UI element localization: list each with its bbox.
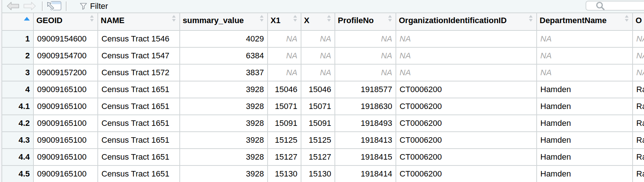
column-header-summary_value[interactable]: summary_value	[180, 13, 268, 31]
column-header-rownum[interactable]	[2, 13, 34, 31]
column-label-summary_value: summary_value	[183, 16, 244, 25]
viewer-toolbar: Filter	[2, 0, 644, 13]
cell-profileno: 1918415	[335, 149, 396, 166]
cell-name: Census Tract 1651	[98, 132, 180, 149]
back-arrow-icon	[7, 2, 19, 10]
cell-geoid: 09009154700	[34, 48, 98, 65]
cell-summary_value: 3837	[180, 65, 268, 81]
cell-o: NA	[633, 31, 644, 48]
sort-arrows-icon	[90, 15, 94, 22]
filter-button[interactable]: Filter	[78, 0, 108, 12]
row-number-cell: 4.4	[2, 149, 34, 166]
cell-geoid: 09009165100	[34, 98, 98, 115]
table-row: 409009165100Census Tract 165139281504615…	[2, 81, 644, 98]
column-label-deptname: DepartmentName	[540, 16, 607, 25]
column-header-x1[interactable]: X1	[268, 13, 301, 31]
cell-x: NA	[301, 48, 335, 65]
column-label-o: O	[636, 16, 642, 25]
cell-x: 15130	[301, 166, 335, 182]
cell-profileno: 1918413	[335, 132, 396, 149]
cell-geoid: 09009165100	[34, 81, 98, 98]
cell-x: 15046	[301, 81, 335, 98]
cell-deptname: Hamden	[537, 98, 633, 115]
column-header-name[interactable]: NAME	[98, 13, 180, 31]
cell-name: Census Tract 1547	[98, 48, 180, 65]
cell-profileno: 1918577	[335, 81, 396, 98]
cell-orgid: NA	[396, 65, 537, 81]
cell-x: NA	[301, 31, 335, 48]
cell-deptname: Hamden	[537, 149, 633, 166]
row-number-cell: 4	[2, 81, 34, 98]
cell-orgid: CT0006200	[396, 98, 537, 115]
forward-button[interactable]	[24, 2, 36, 10]
row-number-cell: 2	[2, 48, 34, 65]
cell-x1: 15127	[268, 149, 301, 166]
cell-summary_value: 3928	[180, 81, 268, 98]
column-label-x1: X1	[271, 16, 280, 25]
table-row: 309009157200Census Tract 15723837NANANAN…	[2, 65, 644, 81]
cell-geoid: 09009165100	[34, 132, 98, 149]
cell-name: Census Tract 1651	[98, 81, 180, 98]
sort-arrows-icon	[327, 15, 331, 22]
cell-profileno: 1918414	[335, 166, 396, 182]
cell-o: Ra	[633, 98, 644, 115]
table-body: 109009154600Census Tract 15464029NANANAN…	[2, 31, 644, 182]
table-row: 4.509009165100Census Tract 1651392815130…	[2, 166, 644, 182]
cell-profileno: NA	[335, 65, 396, 81]
cell-x1: 15046	[268, 81, 301, 98]
row-number-cell: 3	[2, 65, 34, 81]
cell-orgid: NA	[396, 31, 537, 48]
cell-o: Ra	[633, 166, 644, 182]
cell-orgid: CT0006200	[396, 132, 537, 149]
column-label-name: NAME	[101, 16, 125, 25]
cell-o: Ra	[633, 115, 644, 132]
column-header-deptname[interactable]: DepartmentName	[537, 13, 633, 31]
data-table: GEOIDNAMEsummary_valueX1XProfileNoOrgani…	[2, 13, 644, 182]
table-row: 4.409009165100Census Tract 1651392815127…	[2, 149, 644, 166]
cell-profileno: 1918493	[335, 115, 396, 132]
cell-geoid: 09009157200	[34, 65, 98, 81]
cell-name: Census Tract 1546	[98, 31, 180, 48]
column-header-x[interactable]: X	[301, 13, 335, 31]
search-input[interactable]	[605, 1, 644, 10]
column-header-profileno[interactable]: ProfileNo	[335, 13, 396, 31]
cell-profileno: NA	[335, 48, 396, 65]
row-number-cell: 4.2	[2, 115, 34, 132]
open-new-window-button[interactable]	[45, 0, 62, 11]
column-header-orgid[interactable]: OrganizationIdentificationID	[396, 13, 537, 31]
data-viewer-main: Filter GEOIDNAMEsummary_valueX1XProfileN…	[2, 0, 644, 182]
cell-x1: NA	[268, 48, 301, 65]
table-row: 4.209009165100Census Tract 1651392815091…	[2, 115, 644, 132]
cell-x1: 15071	[268, 98, 301, 115]
table-header-row: GEOIDNAMEsummary_valueX1XProfileNoOrgani…	[2, 13, 644, 31]
row-number-cell: 4.1	[2, 98, 34, 115]
cell-o: Ra	[633, 132, 644, 149]
sort-arrows-icon	[388, 15, 392, 22]
cell-o: NA	[633, 65, 644, 81]
search-icon	[595, 1, 605, 11]
filter-funnel-icon	[80, 3, 87, 10]
sort-arrows-icon	[625, 15, 629, 22]
cell-orgid: CT0006200	[396, 115, 537, 132]
column-header-o[interactable]: O	[633, 13, 644, 31]
column-header-geoid[interactable]: GEOID	[34, 13, 98, 31]
cell-orgid: CT0006200	[396, 166, 537, 182]
search-box	[586, 1, 644, 11]
back-button[interactable]	[7, 2, 19, 10]
cell-deptname: NA	[537, 48, 633, 65]
cell-x1: NA	[268, 31, 301, 48]
cell-profileno: NA	[335, 31, 396, 48]
table-row: 4.109009165100Census Tract 1651392815071…	[2, 98, 644, 115]
cell-x1: 15130	[268, 166, 301, 182]
cell-deptname: Hamden	[537, 81, 633, 98]
cell-geoid: 09009154600	[34, 31, 98, 48]
cell-summary_value: 4029	[180, 31, 268, 48]
cell-x: 15127	[301, 149, 335, 166]
table-row: 4.309009165100Census Tract 1651392815125…	[2, 132, 644, 149]
forward-arrow-icon	[24, 2, 36, 10]
cell-orgid: NA	[396, 48, 537, 65]
sort-arrows-icon	[529, 15, 533, 22]
row-number-cell: 4.3	[2, 132, 34, 149]
row-number-cell: 1	[2, 31, 34, 48]
cell-o: NA	[633, 48, 644, 65]
